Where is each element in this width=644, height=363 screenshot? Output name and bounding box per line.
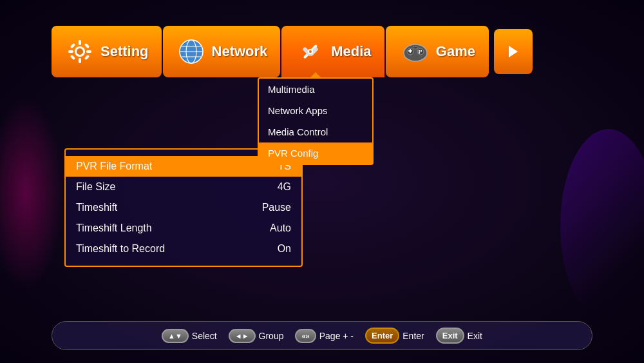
svg-rect-3 (79, 58, 81, 63)
nav-network-label: Network (212, 43, 268, 60)
page-key[interactable]: «» (295, 329, 316, 343)
gear-icon (64, 36, 95, 67)
pvr-row-file-size[interactable]: File Size 4G (66, 177, 301, 197)
svg-rect-28 (413, 46, 418, 49)
svg-rect-24 (410, 49, 411, 53)
enter-key[interactable]: Enter (365, 328, 399, 344)
svg-rect-9 (84, 55, 90, 60)
pvr-file-size-value: 4G (278, 181, 291, 193)
page-control: «» Page + - (295, 329, 354, 343)
group-key[interactable]: ◄► (229, 329, 256, 343)
pvr-file-size-label: File Size (76, 181, 278, 193)
nav-item-game[interactable]: Game (386, 26, 489, 77)
select-control: ▲▼ Select (162, 329, 217, 343)
svg-point-19 (309, 50, 312, 53)
enter-label: Enter (402, 331, 424, 341)
pvr-timeshift-value: Pause (262, 202, 291, 213)
nav-media-label: Media (331, 43, 371, 60)
nav-item-network[interactable]: Network (163, 26, 281, 77)
svg-rect-2 (79, 40, 81, 45)
exit-label: Exit (468, 331, 482, 341)
game-icon (400, 36, 431, 67)
globe-icon (176, 36, 207, 67)
pvr-row-timeshift-record[interactable]: Timeshift to Record On (66, 239, 301, 259)
nav-item-setting[interactable]: Setting (52, 26, 162, 77)
page-label: Page + - (319, 331, 354, 341)
bottom-controls: ▲▼ Select ◄► Group «» Page + - Enter Ent… (52, 321, 592, 350)
top-nav: Setting Network Media (52, 26, 592, 77)
svg-point-1 (77, 48, 83, 55)
svg-rect-8 (70, 55, 75, 60)
svg-marker-29 (509, 46, 518, 57)
media-icon (295, 36, 326, 67)
pvr-file-format-label: PVR File Format (76, 161, 278, 172)
svg-point-25 (419, 50, 420, 52)
select-key[interactable]: ▲▼ (162, 329, 189, 343)
pvr-timeshift-length-value: Auto (270, 222, 291, 234)
dropdown-media-control[interactable]: Media Control (259, 121, 372, 142)
exit-control: Exit Exit (436, 328, 482, 344)
dropdown-network-apps[interactable]: Network Apps (259, 100, 372, 121)
nav-setting-label: Setting (100, 43, 149, 60)
svg-point-27 (419, 52, 420, 54)
nav-arrow-button[interactable] (494, 29, 533, 74)
nav-item-media[interactable]: Media (281, 26, 384, 77)
pvr-row-timeshift-length[interactable]: Timeshift Length Auto (66, 218, 301, 239)
nav-game-label: Game (436, 43, 475, 60)
pvr-config-panel: PVR File Format TS File Size 4G Timeshif… (64, 148, 303, 267)
enter-control: Enter Enter (365, 328, 424, 344)
svg-rect-7 (84, 43, 90, 48)
media-dropdown: Multimedia Network Apps Media Control PV… (258, 77, 374, 165)
group-control: ◄► Group (229, 329, 284, 343)
pvr-timeshift-label: Timeshift (76, 202, 262, 213)
svg-rect-5 (86, 50, 91, 53)
svg-point-26 (421, 50, 422, 52)
pvr-row-timeshift[interactable]: Timeshift Pause (66, 197, 301, 218)
svg-point-22 (417, 48, 424, 55)
svg-rect-4 (68, 50, 73, 53)
dropdown-multimedia[interactable]: Multimedia (259, 79, 372, 100)
pvr-timeshift-record-value: On (278, 243, 291, 255)
dropdown-pvr-config[interactable]: PVR Config (259, 142, 372, 164)
exit-key[interactable]: Exit (436, 328, 464, 344)
pvr-timeshift-record-label: Timeshift to Record (76, 243, 278, 255)
pvr-timeshift-length-label: Timeshift Length (76, 222, 270, 234)
svg-rect-6 (70, 43, 75, 48)
select-label: Select (192, 331, 217, 341)
group-label: Group (259, 331, 284, 341)
